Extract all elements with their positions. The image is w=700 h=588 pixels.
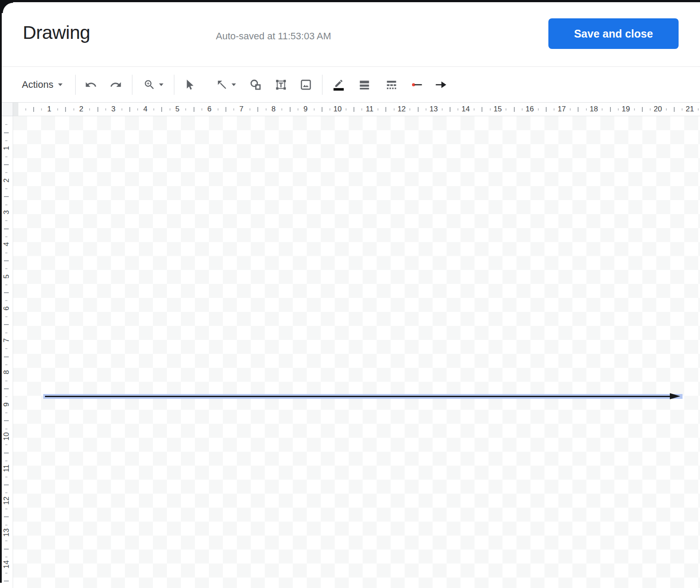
ruler-tick [153,108,154,111]
ruler-tick [698,108,699,111]
insert-image-button[interactable] [295,74,316,95]
ruler-tick [5,316,7,317]
ruler-tick [5,573,7,574]
line-color-pencil-icon [333,79,345,91]
h-ruler-number: 20 [654,103,662,116]
ruler-tick [442,108,443,111]
ruler-tick [5,540,7,541]
ruler-tick [4,228,9,229]
ruler-tick [4,196,9,197]
h-ruler-number: 9 [303,103,307,116]
horizontal-ruler: 123456789101112131415161718192021 [0,103,700,116]
actions-menu-button[interactable]: Actions [22,74,62,95]
redo-icon [110,79,122,91]
ruler-tick [5,412,7,413]
ruler-tick [5,380,7,381]
text-box-button[interactable] [270,74,291,95]
ruler-tick [5,204,7,205]
ruler-tick [682,108,683,111]
ruler-tick [578,107,579,112]
line-start-icon [411,79,423,91]
ruler-tick [642,107,643,112]
ruler-tick [409,108,410,111]
ruler-tick [5,332,7,333]
ruler-tick [346,108,347,111]
line-dash-button[interactable] [381,74,402,95]
ruler-tick [194,107,194,112]
ruler-tick [4,356,9,357]
dialog-header: Drawing Auto-saved at 11:53:03 AM Save a… [0,0,700,67]
ruler-tick [25,108,26,111]
ruler-tick [490,108,491,111]
ruler-tick [5,300,7,301]
h-ruler-number: 15 [494,103,502,116]
ruler-tick [666,108,667,111]
ruler-tick [4,581,9,581]
h-ruler-number: 11 [366,103,374,116]
h-ruler-number: 14 [461,103,470,116]
redo-button[interactable] [105,74,126,95]
toolbar-separator [132,75,132,95]
v-ruler-number: 6 [2,302,11,315]
ruler-tick [586,108,587,111]
ruler-tick [554,108,554,111]
h-ruler-number: 21 [686,103,694,116]
v-ruler-number: 12 [2,494,11,507]
ruler-tick [5,188,7,189]
arrow-connector-line[interactable] [45,396,671,397]
h-ruler-number: 16 [526,103,534,116]
ruler-tick [266,108,267,111]
ruler-tick [218,108,218,111]
ruler-tick [5,284,7,285]
shape-tool-button[interactable] [245,74,266,95]
zoom-button[interactable] [136,74,170,95]
image-icon [300,79,312,91]
h-ruler-number: 10 [333,103,342,116]
ruler-tick [41,108,42,111]
save-and-close-button[interactable]: Save and close [548,18,679,49]
modal-scrim-left [0,0,2,583]
ruler-tick [250,108,250,111]
horizontal-ruler-margin [13,103,18,116]
line-start-button[interactable] [407,74,428,95]
ruler-tick [674,107,675,112]
ruler-tick [4,292,9,293]
h-ruler-number: 18 [589,103,598,116]
modal-rounded-corner [0,0,13,13]
drawing-canvas[interactable] [13,116,700,588]
ruler-tick [610,107,611,112]
ruler-tick [361,108,362,111]
ruler-tick [5,268,7,269]
h-ruler-number: 17 [558,103,566,116]
ruler-tick [137,108,138,111]
toolbar: Actions [0,67,700,102]
h-ruler-number: 2 [79,103,83,116]
line-dash-icon [385,79,398,91]
ruler-tick [474,108,475,111]
v-ruler-number: 14 [2,558,11,571]
ruler-tick [5,492,7,493]
ruler-tick [225,107,226,112]
toolbar-separator [75,75,76,95]
v-ruler-number: 5 [2,270,11,283]
undo-button[interactable] [80,74,101,95]
ruler-tick [546,107,547,112]
ruler-tick [4,324,9,325]
ruler-tick [378,108,378,111]
modal-scrim-top [0,0,700,2]
h-ruler-number: 12 [398,103,406,116]
toolbar-separator [174,75,174,95]
ruler-tick [105,108,106,111]
line-end-button[interactable] [430,74,451,95]
ruler-tick [201,108,202,111]
h-ruler-number: 1 [47,103,51,116]
line-color-button[interactable] [328,74,349,95]
ruler-tick [506,108,506,111]
line-tool-button[interactable] [209,74,243,95]
v-ruler-number: 8 [2,366,11,379]
vertical-ruler: 1234567891011121314 [0,116,13,588]
line-weight-button[interactable] [354,74,375,95]
ruler-tick [5,172,7,173]
ruler-tick [570,108,571,111]
select-tool-button[interactable] [179,74,200,95]
